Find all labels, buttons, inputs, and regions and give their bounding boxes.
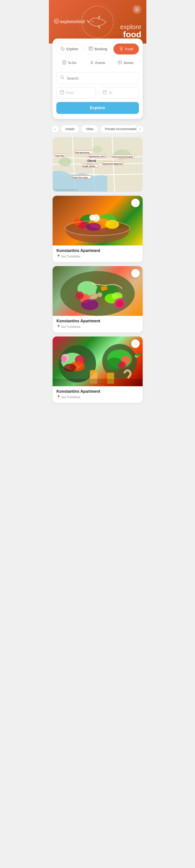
- calendar-to-icon: [103, 90, 107, 95]
- svg-text:© OpenStreetMap contributors: © OpenStreetMap contributors: [54, 189, 78, 191]
- menu-button[interactable]: [132, 5, 142, 14]
- search-box[interactable]: [56, 72, 139, 84]
- tab-stories[interactable]: Stories: [113, 58, 139, 67]
- tab-food-label: Food: [125, 47, 133, 51]
- events-icon: [90, 60, 94, 65]
- svg-point-0: [54, 19, 59, 23]
- tab-food[interactable]: Food: [113, 43, 139, 55]
- header-tagline: explore food: [120, 24, 141, 38]
- date-to-label: To: [109, 91, 112, 95]
- svg-point-60: [64, 364, 76, 372]
- tagline-explore: explore: [120, 24, 141, 30]
- like-button-2[interactable]: ♡: [131, 269, 140, 278]
- acc-tab-villas[interactable]: Villas: [81, 125, 98, 133]
- calendar-from-icon: [60, 90, 64, 95]
- explore-icon: [61, 46, 65, 52]
- tab-explore-label: Explore: [67, 47, 78, 51]
- tab-todo-label: To-Do: [68, 61, 76, 65]
- acc-arrow-right[interactable]: ›: [136, 125, 144, 133]
- logo-text: exploreexploreohridohrid: [60, 19, 85, 24]
- svg-text:Hotel Miur: Hotel Miur: [55, 155, 65, 157]
- chevron-right-icon: ›: [140, 127, 141, 131]
- svg-rect-71: [52, 379, 143, 386]
- svg-text:Ohrid General Hospital: Ohrid General Hospital: [113, 156, 133, 158]
- food-card-1-location: 📍 bul.Turisticka: [56, 254, 139, 258]
- svg-point-62: [61, 356, 67, 362]
- svg-point-53: [81, 299, 99, 310]
- tab-stories-label: Stories: [123, 61, 133, 65]
- heart-icon-1: ♡: [134, 201, 137, 206]
- food-card-2-location-text: bul.Turisticka: [62, 325, 80, 329]
- svg-point-64: [90, 370, 97, 373]
- search-icon: [60, 75, 65, 81]
- food-card-1-image: ♡: [52, 196, 143, 246]
- accommodation-tabs: ‹ Hotels Villas Private Accommodation ›: [49, 121, 146, 137]
- tab-explore[interactable]: Explore: [56, 43, 82, 55]
- svg-text:Apartments Magnolica: Apartments Magnolica: [103, 163, 123, 165]
- date-to[interactable]: To: [99, 87, 139, 98]
- chevron-left-icon: ‹: [54, 127, 55, 131]
- app-logo: exploreexploreohridohrid: [54, 19, 85, 25]
- heart-icon-2: ♡: [134, 271, 137, 276]
- svg-point-49: [76, 291, 84, 300]
- acc-tab-hotels[interactable]: Hotels: [61, 125, 79, 133]
- svg-point-2: [92, 21, 93, 22]
- svg-text:DAME GRUEV: DAME GRUEV: [83, 165, 95, 167]
- nav-card: Explore Booking Food: [52, 38, 143, 119]
- svg-point-11: [59, 157, 71, 166]
- food-card-2-info: Konstantins Apartment 📍 bul.Turisticka: [52, 316, 143, 333]
- svg-point-40: [86, 223, 101, 231]
- svg-point-46: [97, 292, 102, 297]
- nav-tabs-row1: Explore Booking Food: [56, 43, 139, 55]
- tab-booking-label: Booking: [94, 47, 107, 51]
- tagline-food: food: [120, 30, 141, 38]
- food-card-1-title: Konstantins Apartment: [56, 248, 139, 253]
- like-button-1[interactable]: ♡: [131, 199, 140, 207]
- food-card-2-title: Konstantins Apartment: [56, 319, 139, 323]
- tab-booking[interactable]: Booking: [84, 43, 111, 55]
- date-row: From To: [56, 87, 139, 98]
- location-pin-icon-2: 📍: [56, 325, 61, 329]
- food-icon: [119, 46, 123, 52]
- food-card-1-info: Konstantins Apartment 📍 bul.Turisticka: [52, 246, 143, 262]
- svg-text:Ohrid: Ohrid: [87, 159, 96, 163]
- svg-point-69: [118, 361, 126, 369]
- explore-button[interactable]: Explore: [56, 102, 139, 114]
- food-card-2-location: 📍 bul.Turisticka: [56, 325, 139, 329]
- svg-point-39: [89, 215, 95, 221]
- booking-icon: [88, 46, 93, 52]
- food-card-3: ♡ Konstantins Apartment 📍 bul.Turisticka: [52, 337, 143, 403]
- search-input[interactable]: [67, 76, 135, 80]
- food-card-3-info: Konstantins Apartment 📍 bul.Turisticka: [52, 386, 143, 403]
- tab-events-label: Events: [95, 61, 105, 65]
- heart-icon-3: ♡: [134, 341, 137, 346]
- hamburger-icon: [135, 8, 139, 11]
- like-button-3[interactable]: ♡: [131, 340, 140, 348]
- svg-rect-4: [90, 49, 90, 50]
- stories-icon: [118, 60, 122, 65]
- map-container[interactable]: Ohrid Охрид Hotel Miur Villa Macedonia A…: [52, 137, 143, 192]
- acc-tab-private[interactable]: Private Accommodation: [100, 125, 136, 133]
- acc-arrow-left[interactable]: ‹: [51, 125, 59, 133]
- date-from-label: From: [66, 91, 74, 95]
- location-pin-icon-1: 📍: [56, 254, 61, 258]
- svg-rect-9: [103, 91, 107, 94]
- svg-text:Villa Macedonia: Villa Macedonia: [75, 152, 89, 154]
- food-card-3-location-text: bul.Turisticka: [62, 395, 80, 399]
- svg-rect-8: [60, 91, 64, 94]
- header: exploreexploreohridohrid explore fo: [49, 0, 146, 43]
- svg-text:Apartments LAVO: Apartments LAVO: [89, 155, 105, 157]
- date-from[interactable]: From: [56, 87, 96, 98]
- map-svg: Ohrid Охрид Hotel Miur Villa Macedonia A…: [52, 137, 143, 192]
- food-card-3-title: Konstantins Apartment: [56, 389, 139, 394]
- food-card-1: ♡ Konstantins Apartment 📍 bul.Turisticka: [52, 196, 143, 262]
- svg-rect-3: [89, 47, 92, 50]
- svg-rect-6: [118, 61, 122, 64]
- food-card-1-location-text: bul.Turisticka: [62, 254, 80, 258]
- nav-tabs-row2: To-Do Events Stories: [56, 58, 139, 67]
- location-pin-icon-3: 📍: [56, 395, 61, 399]
- acc-tabs-list: Hotels Villas Private Accommodation: [59, 125, 136, 133]
- svg-point-13: [92, 146, 102, 153]
- tab-events[interactable]: Events: [84, 58, 111, 67]
- tab-todo[interactable]: To-Do: [56, 58, 83, 67]
